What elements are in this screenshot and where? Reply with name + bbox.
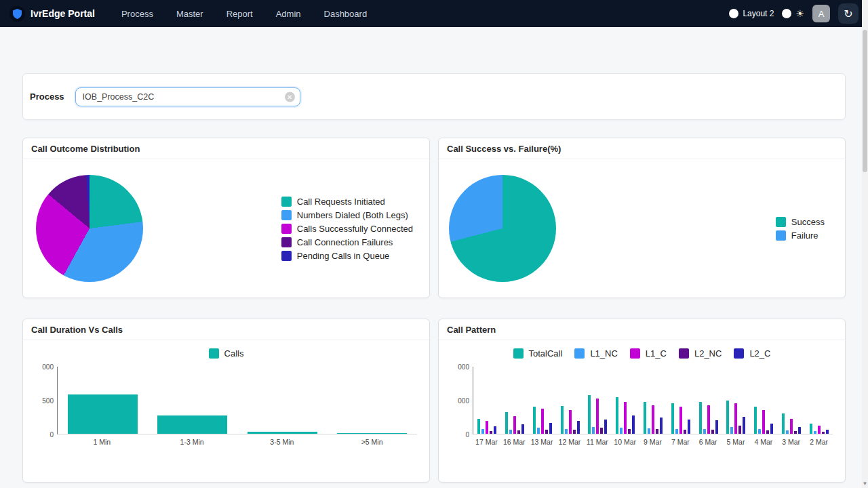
legend-item[interactable]: L2_C (734, 348, 770, 359)
bar-l1_c (734, 403, 737, 434)
chart-card-call-success-vs-failure: Call Success vs. Failure(%) SuccessFailu… (438, 138, 846, 298)
clear-icon[interactable]: ✕ (285, 92, 295, 102)
x-axis-category-label: 3-5 Min (237, 434, 328, 446)
bar-l1_c (569, 410, 572, 434)
bar-l1_c (762, 410, 765, 434)
bar-group (667, 367, 694, 434)
legend-item[interactable]: L1_C (630, 348, 667, 359)
bar-l1_nc (509, 430, 512, 434)
chart-title: Call Outcome Distribution (31, 144, 421, 154)
bar-legend: TotalCallL1_NCL1_CL2_NCL2_C (448, 348, 835, 359)
logout-button[interactable]: ↻ (838, 3, 859, 24)
bar-l2_nc (766, 430, 769, 434)
bar (337, 433, 407, 434)
legend-label: Failure (791, 230, 818, 241)
legend-item[interactable]: TotalCall (513, 348, 563, 359)
legend-label: L1_NC (590, 348, 617, 359)
pie-legend: Call Requests InitiatedNumbers Dialed (B… (281, 193, 413, 264)
layout-toggle[interactable]: Layout 2 (729, 9, 774, 18)
bar-totalcall (671, 403, 674, 434)
bar-totalcall (754, 407, 757, 434)
scrollbar[interactable]: ▼ (862, 0, 868, 488)
bar-totalcall (533, 407, 536, 434)
avatar[interactable]: A (812, 5, 830, 22)
nav-item-process[interactable]: Process (110, 5, 165, 23)
bar-l1_nc (565, 429, 568, 434)
bar-l2_nc (600, 428, 603, 434)
chart-card-call-duration-vs-calls: Call Duration Vs Calls Calls 0005000 1 M… (22, 319, 430, 483)
legend-item[interactable]: L1_NC (574, 348, 617, 359)
sun-icon: ☀ (795, 9, 804, 18)
bar-group (556, 367, 584, 434)
legend-item[interactable]: Numbers Dialed (Both Legs) (281, 210, 413, 220)
bar-totalcall (810, 424, 812, 434)
bar-l1_nc (648, 428, 650, 434)
legend-swatch-icon (734, 348, 744, 359)
scrollbar-thumb[interactable] (863, 30, 867, 172)
nav-item-report[interactable]: Report (215, 5, 264, 23)
legend-swatch-icon (281, 251, 292, 261)
legend-item[interactable]: Pending Calls in Queue (281, 251, 413, 261)
bar-l2_c (743, 417, 745, 434)
bar-l2_nc (794, 431, 797, 434)
bar-l1_c (596, 399, 599, 434)
grouped-bar-chart-call-pattern: 0000000 17 Mar16 Mar13 Mar12 Mar11 Mar10… (448, 367, 835, 446)
nav-item-master[interactable]: Master (165, 5, 215, 23)
nav-item-admin[interactable]: Admin (264, 5, 313, 23)
pie-chart-success-failure (449, 175, 556, 282)
layout-toggle-knob[interactable] (729, 9, 738, 18)
bar-group (612, 367, 639, 434)
x-axis-category-label: 3 Mar (777, 434, 805, 446)
bar-l1_c (652, 405, 654, 434)
bar-group (529, 367, 557, 434)
bar-group (639, 367, 667, 434)
legend-swatch-icon (574, 348, 585, 359)
card-header: Call Success vs. Failure(%) (439, 138, 845, 159)
card-body: TotalCallL1_NCL1_CL2_NCL2_C 0000000 17 M… (439, 340, 845, 482)
legend-swatch-icon (630, 348, 640, 359)
y-axis: 0005000 (35, 367, 57, 434)
bar-group (722, 367, 750, 434)
x-axis-category-label: 6 Mar (694, 434, 722, 446)
x-axis-category-label: 12 Mar (556, 434, 584, 446)
bar-l1_nc (730, 427, 733, 434)
legend-item[interactable]: Calls Successfully Connected (281, 224, 413, 234)
legend-item[interactable]: Calls (209, 348, 244, 359)
legend-label: L2_C (749, 348, 770, 359)
pie-legend: SuccessFailure (776, 214, 825, 244)
legend-item[interactable]: Failure (776, 230, 825, 241)
bar-l1_nc (592, 427, 595, 434)
bar-l2_nc (822, 432, 825, 434)
x-axis-category-label: 17 Mar (473, 434, 500, 446)
brand[interactable]: IvrEdge Portal (9, 6, 95, 22)
nav-item-dashboard[interactable]: Dashboard (313, 5, 379, 23)
bar-group (148, 367, 238, 434)
process-select[interactable]: ✕ (75, 87, 300, 106)
bar-legend: Calls (33, 348, 420, 359)
bar-l2_c (826, 430, 829, 434)
legend-item[interactable]: L2_NC (679, 348, 722, 359)
bar-group (750, 367, 778, 434)
scroll-down-icon[interactable]: ▼ (862, 481, 868, 487)
x-axis-category-label: 11 Mar (583, 434, 611, 446)
main-content: Process ✕ Call Outcome Distribution Call… (0, 73, 868, 483)
legend-item[interactable]: Call Requests Initiated (281, 197, 413, 207)
bar-l2_c (604, 420, 607, 434)
pie-chart-call-outcome (36, 175, 143, 282)
theme-toggle-knob[interactable] (782, 9, 791, 18)
process-input[interactable] (75, 87, 300, 106)
legend-item[interactable]: Call Connection Failures (281, 237, 413, 247)
x-axis-category-label: 13 Mar (528, 434, 556, 446)
legend-swatch-icon (776, 230, 786, 241)
legend-swatch-icon (281, 224, 292, 234)
bar-l1_nc (758, 429, 761, 434)
bar-l1_c (541, 409, 544, 434)
bar (68, 394, 138, 434)
y-axis-tick-label: 000 (458, 397, 469, 405)
bar-l2_nc (656, 429, 658, 434)
legend-item[interactable]: Success (776, 217, 825, 227)
bar-l2_nc (545, 430, 548, 434)
theme-toggle[interactable]: ☀ (782, 9, 804, 18)
bar-l1_nc (620, 428, 623, 434)
bar-l2_c (660, 418, 663, 434)
